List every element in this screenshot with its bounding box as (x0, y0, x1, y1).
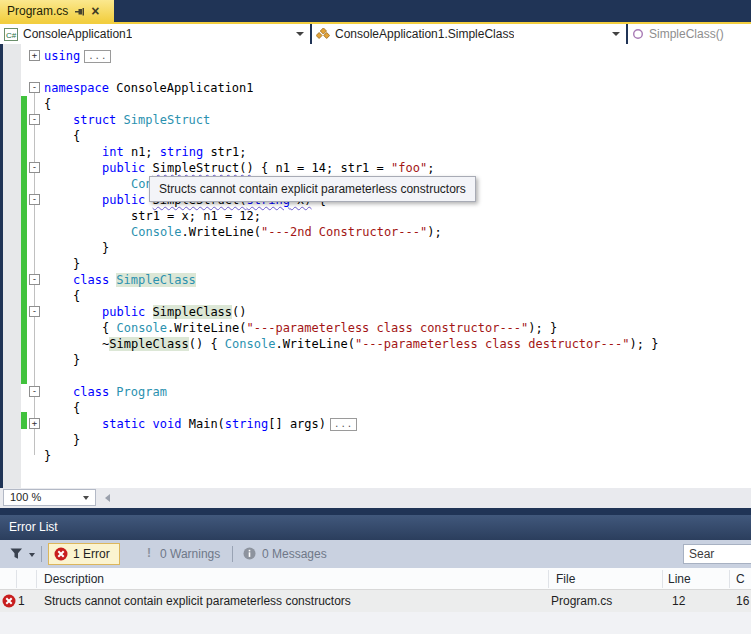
code-token: } (73, 353, 80, 367)
filter-icon[interactable] (10, 548, 23, 560)
chevron-down-icon[interactable] (83, 496, 89, 500)
code-token: Main( (182, 417, 225, 431)
code-token (145, 417, 152, 431)
collapsed-region-box[interactable]: ... (330, 418, 357, 431)
document-tab-strip: Program.cs × (0, 0, 751, 22)
code-token: public (102, 305, 145, 319)
fold-toggle[interactable]: + (29, 50, 40, 61)
fold-toggle[interactable]: - (29, 162, 40, 173)
column-header-description[interactable]: Description (44, 572, 104, 586)
warning-icon: ! (147, 546, 151, 560)
error-list-search-input[interactable]: Sear (683, 544, 751, 564)
method-icon (632, 28, 644, 40)
code-line: int n1; string str1; (102, 144, 247, 160)
code-token: SimpleClass (109, 337, 188, 351)
pin-icon[interactable] (74, 6, 85, 17)
navigation-bar: C# ConsoleApplication1 ConsoleApplicatio… (0, 24, 751, 44)
code-token: public (102, 193, 145, 207)
project-dropdown-label: ConsoleApplication1 (23, 27, 132, 41)
fold-toggle[interactable]: - (29, 114, 40, 125)
column-header-file[interactable]: File (556, 572, 575, 586)
tab-program-cs[interactable]: Program.cs × (0, 0, 114, 22)
code-token: using (44, 49, 80, 63)
error-list-grid: Description File Line C 1 Structs cannot… (0, 568, 751, 634)
fold-toggle[interactable]: - (29, 386, 40, 397)
code-token: Program (116, 385, 167, 399)
code-token: [] args) (268, 417, 326, 431)
code-token: n1; (124, 145, 160, 159)
error-column: 16 (736, 594, 749, 608)
code-token: } (44, 449, 51, 463)
code-token: () { (189, 337, 225, 351)
project-dropdown[interactable]: C# ConsoleApplication1 (0, 24, 310, 44)
code-line: public SimpleStruct() { n1 = 14; str1 = … (102, 160, 434, 176)
code-token: Console (116, 321, 167, 335)
code-line: namespace ConsoleApplication1 (44, 80, 254, 96)
svg-text:C#: C# (6, 30, 17, 39)
toolbar-separator (41, 546, 42, 562)
code-token: string (225, 417, 268, 431)
code-token: "foo" (391, 161, 427, 175)
column-header-column[interactable]: C (736, 572, 745, 586)
fold-toggle[interactable]: - (29, 306, 40, 317)
code-editor[interactable]: using...+namespace ConsoleApplication1-{… (0, 44, 751, 488)
column-separator[interactable] (16, 570, 17, 588)
code-token: ); } (528, 321, 557, 335)
errors-filter-button[interactable]: 1 Error (48, 543, 120, 565)
code-line: { Console.WriteLine("---parameterless cl… (102, 320, 557, 336)
code-line: } (73, 352, 80, 368)
code-line: using... (44, 48, 111, 64)
code-token: "---parameterless class destructor---" (355, 337, 630, 351)
collapsed-region-box[interactable]: ... (84, 50, 111, 63)
code-token: } (73, 433, 80, 447)
code-token: static (102, 417, 145, 431)
warnings-filter-button[interactable]: 0 Warnings (160, 547, 220, 561)
code-token: } (102, 241, 109, 255)
zoom-level-dropdown[interactable]: 100 % (3, 489, 96, 506)
grid-header-row: Description File Line C (0, 568, 751, 590)
code-token: "---parameterless class constructor---" (247, 321, 529, 335)
fold-toggle[interactable]: + (29, 418, 40, 429)
chevron-down-icon[interactable] (296, 32, 304, 36)
error-number: 1 (18, 594, 25, 608)
vs-window: Program.cs × C# ConsoleApplication1 (0, 0, 751, 634)
member-dropdown[interactable]: SimpleClass() (628, 24, 751, 44)
messages-filter-button[interactable]: 0 Messages (262, 547, 327, 561)
code-token: SimpleStruct() (153, 161, 254, 175)
code-line: class SimpleClass (73, 272, 196, 288)
code-line: } (73, 432, 80, 448)
code-token: } (73, 257, 80, 271)
filter-dropdown-caret-icon[interactable] (29, 553, 35, 557)
error-row[interactable]: 1 Structs cannot contain explicit parame… (0, 590, 751, 612)
column-separator[interactable] (548, 570, 549, 588)
code-token: SimpleClass (116, 273, 195, 287)
code-token: { (102, 321, 116, 335)
code-token: public (102, 161, 145, 175)
member-dropdown-label: SimpleClass() (649, 27, 724, 41)
tab-title: Program.cs (7, 4, 68, 18)
chevron-down-icon[interactable] (612, 32, 620, 36)
code-line: public SimpleClass() (102, 304, 247, 320)
toolbar-separator (232, 546, 233, 562)
code-token: namespace (44, 81, 109, 95)
fold-toggle[interactable]: - (29, 82, 40, 93)
code-line: static void Main(string[] args)... (102, 416, 357, 432)
code-token: { n1 = 14; str1 = (254, 161, 391, 175)
csharp-file-icon: C# (4, 28, 18, 41)
code-token: Console (225, 337, 276, 351)
column-separator[interactable] (662, 570, 663, 588)
close-icon[interactable]: × (91, 5, 99, 17)
fold-toggle[interactable]: - (29, 274, 40, 285)
type-dropdown[interactable]: ConsoleApplication1.SimpleClass (312, 24, 626, 44)
fold-toggle[interactable]: - (29, 194, 40, 205)
column-separator[interactable] (36, 570, 37, 588)
code-area[interactable]: using...+namespace ConsoleApplication1-{… (0, 44, 751, 488)
errors-filter-label: 1 Error (73, 547, 110, 561)
code-line: str1 = x; n1 = 12; (131, 208, 261, 224)
column-header-line[interactable]: Line (668, 572, 691, 586)
column-separator[interactable] (729, 570, 730, 588)
info-icon (243, 547, 256, 560)
code-token: .WriteLine( (167, 321, 246, 335)
error-line: 12 (672, 594, 685, 608)
scroll-left-arrow-icon[interactable] (105, 494, 110, 502)
